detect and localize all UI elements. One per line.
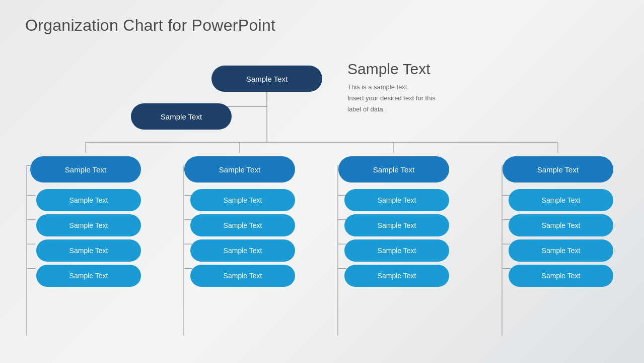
level2-node[interactable]: Sample Text [131, 103, 232, 130]
info-box-title: Sample Text [347, 60, 436, 78]
list-item[interactable]: Sample Text [344, 214, 449, 236]
col1-header[interactable]: Sample Text [30, 156, 141, 183]
list-item[interactable]: Sample Text [36, 189, 141, 211]
list-item[interactable]: Sample Text [190, 214, 295, 236]
info-box-text: This is a sample text. Insert your desir… [347, 82, 436, 115]
list-item[interactable]: Sample Text [36, 214, 141, 236]
col4-items: Sample Text Sample Text Sample Text Samp… [509, 189, 613, 287]
col1-items: Sample Text Sample Text Sample Text Samp… [36, 189, 141, 287]
col3-items: Sample Text Sample Text Sample Text Samp… [344, 189, 449, 287]
list-item[interactable]: Sample Text [36, 239, 141, 262]
list-item[interactable]: Sample Text [509, 189, 613, 211]
list-item[interactable]: Sample Text [36, 265, 141, 287]
col2-header[interactable]: Sample Text [184, 156, 295, 183]
list-item[interactable]: Sample Text [344, 189, 449, 211]
col2-items: Sample Text Sample Text Sample Text Samp… [190, 189, 295, 287]
list-item[interactable]: Sample Text [190, 265, 295, 287]
chart-area: Sample Text Sample Text Sample Text This… [25, 55, 619, 348]
root-node[interactable]: Sample Text [211, 66, 322, 92]
list-item[interactable]: Sample Text [509, 239, 613, 262]
info-box: Sample Text This is a sample text. Inser… [347, 60, 436, 115]
list-item[interactable]: Sample Text [190, 189, 295, 211]
list-item[interactable]: Sample Text [344, 239, 449, 262]
col4-header[interactable]: Sample Text [503, 156, 613, 183]
list-item[interactable]: Sample Text [190, 239, 295, 262]
list-item[interactable]: Sample Text [344, 265, 449, 287]
col3-header[interactable]: Sample Text [338, 156, 449, 183]
list-item[interactable]: Sample Text [509, 265, 613, 287]
list-item[interactable]: Sample Text [509, 214, 613, 236]
page-title: Organization Chart for PowerPoint [25, 16, 275, 35]
